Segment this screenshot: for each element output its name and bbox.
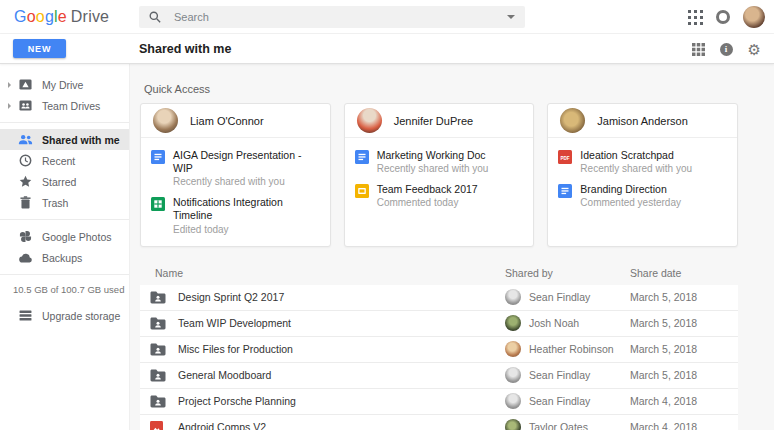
quick-access-card[interactable]: Liam O'Connor AIGA Design Presentation -… — [140, 103, 331, 247]
quick-access-card[interactable]: Jamison Anderson PDF Ideation Scratchpad… — [547, 103, 738, 247]
card-person-header: Jamison Anderson — [548, 104, 737, 138]
shared-folder-icon — [150, 368, 166, 382]
star-icon — [18, 175, 33, 188]
shared-folder-icon — [150, 394, 166, 408]
card-file-item[interactable]: Branding Direction Commented yesterday — [548, 178, 737, 212]
sidebar-item-upgrade-storage[interactable]: Upgrade storage — [0, 305, 129, 326]
search-options-caret-icon[interactable] — [507, 15, 515, 23]
sidebar: My Drive Team Drives Shared with me Rece… — [0, 64, 130, 430]
shared-folder-icon — [150, 342, 166, 356]
storage-usage-text: 10.5 GB of 100.7 GB used — [0, 284, 129, 295]
account-avatar[interactable] — [743, 6, 765, 28]
info-icon[interactable]: i — [720, 43, 733, 56]
main-content: Quick Access Liam O'Connor AIGA Design P… — [130, 64, 774, 430]
table-row[interactable]: Team WIP Development Josh Noah March 5, … — [140, 311, 738, 337]
card-person-header: Liam O'Connor — [141, 104, 330, 138]
team-drives-icon — [18, 99, 33, 112]
expand-caret-icon[interactable] — [8, 103, 14, 109]
sidebar-item-trash[interactable]: Trash — [0, 192, 129, 213]
table-row[interactable]: General Moodboard Sean Findlay March 5, … — [140, 363, 738, 389]
settings-gear-icon[interactable]: ⚙ — [748, 42, 761, 57]
column-header-shared-by[interactable]: Shared by — [505, 267, 630, 279]
image-file-icon — [150, 420, 166, 430]
card-file-item[interactable]: Team Feedback 2017 Commented today — [345, 178, 534, 212]
search-input[interactable] — [174, 11, 507, 23]
avatar — [505, 341, 521, 357]
shared-with-me-icon — [18, 134, 33, 145]
avatar — [505, 315, 521, 331]
avatar — [357, 108, 382, 133]
sidebar-divider — [0, 219, 129, 220]
card-file-item[interactable]: AIGA Design Presentation - WIP Recently … — [141, 144, 330, 191]
sidebar-item-backups[interactable]: Backups — [0, 247, 129, 268]
notifications-icon[interactable] — [716, 10, 730, 24]
page-header: NEW Shared with me i ⚙ — [0, 34, 774, 64]
expand-caret-icon[interactable] — [8, 82, 14, 88]
avatar — [505, 419, 521, 430]
column-header-name[interactable]: Name — [140, 267, 505, 279]
google-sheet-icon — [151, 197, 165, 211]
table-row[interactable]: Android Comps V2 Taylor Oates March 4, 2… — [140, 415, 738, 430]
table-header: Name Shared by Share date — [140, 262, 738, 285]
sidebar-divider — [0, 274, 129, 275]
svg-text:PDF: PDF — [561, 156, 570, 161]
avatar — [153, 108, 178, 133]
sidebar-item-google-photos[interactable]: Google Photos — [0, 226, 129, 247]
cloud-icon — [18, 253, 33, 263]
google-doc-icon — [151, 150, 165, 164]
google-drive-logo: GoogleDrive — [14, 8, 109, 26]
new-button[interactable]: NEW — [13, 39, 66, 58]
storage-icon — [18, 310, 33, 321]
page-title: Shared with me — [139, 42, 231, 56]
card-file-item[interactable]: PDF Ideation Scratchpad Recently shared … — [548, 144, 737, 178]
sidebar-item-my-drive[interactable]: My Drive — [0, 74, 129, 95]
search-bar[interactable] — [139, 6, 525, 28]
card-file-item[interactable]: Marketing Working Doc Recently shared wi… — [345, 144, 534, 178]
table-row[interactable]: Misc Files for Production Heather Robins… — [140, 337, 738, 363]
card-person-header: Jennifer DuPree — [345, 104, 534, 138]
google-doc-icon — [558, 184, 572, 198]
avatar — [505, 289, 521, 305]
shared-folder-icon — [150, 316, 166, 330]
sidebar-item-shared-with-me[interactable]: Shared with me — [0, 129, 129, 150]
google-doc-icon — [355, 150, 369, 164]
sidebar-divider — [0, 122, 129, 123]
sidebar-item-team-drives[interactable]: Team Drives — [0, 95, 129, 116]
trash-icon — [18, 196, 33, 209]
card-file-item[interactable]: Notifications Integration Timeline Edite… — [141, 191, 330, 238]
file-table: Name Shared by Share date Design Sprint … — [140, 262, 738, 430]
sidebar-item-recent[interactable]: Recent — [0, 150, 129, 171]
table-row[interactable]: Project Porsche Planning Sean Findlay Ma… — [140, 389, 738, 415]
avatar — [560, 108, 585, 133]
avatar — [505, 367, 521, 383]
google-logo-text: Google — [14, 8, 67, 25]
apps-grid-icon[interactable] — [688, 10, 703, 25]
table-row[interactable]: Design Sprint Q2 2017 Sean Findlay March… — [140, 285, 738, 311]
top-bar: GoogleDrive — [0, 0, 774, 34]
google-slide-icon — [355, 184, 369, 198]
search-icon — [149, 11, 161, 23]
column-header-share-date[interactable]: Share date — [630, 267, 738, 279]
drive-logo-text: Drive — [71, 8, 109, 25]
quick-access-cards: Liam O'Connor AIGA Design Presentation -… — [140, 103, 738, 247]
avatar — [505, 393, 521, 409]
grid-view-icon[interactable] — [692, 43, 705, 56]
pdf-icon: PDF — [558, 150, 572, 164]
photos-pinwheel-icon — [18, 230, 33, 243]
my-drive-icon — [18, 78, 33, 91]
quick-access-title: Quick Access — [144, 83, 774, 95]
quick-access-card[interactable]: Jennifer DuPree Marketing Working Doc Re… — [344, 103, 535, 247]
sidebar-item-starred[interactable]: Starred — [0, 171, 129, 192]
shared-folder-icon — [150, 290, 166, 304]
clock-icon — [18, 154, 33, 167]
